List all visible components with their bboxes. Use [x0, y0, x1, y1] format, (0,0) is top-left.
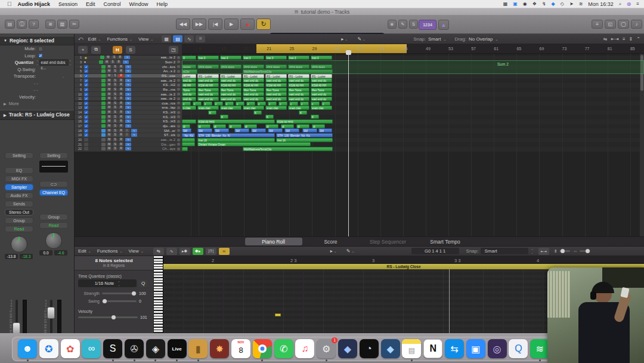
region[interactable]: snap clap: [265, 106, 287, 110]
track-solo-button[interactable]: S: [113, 133, 117, 137]
region[interactable]: KSM All HH: [311, 83, 332, 87]
region[interactable]: RS - Ludwi: [197, 74, 219, 78]
region[interactable]: east end du: [288, 78, 309, 82]
scrub-icon[interactable]: ⟩T⟨: [206, 248, 216, 255]
track-solo-button[interactable]: S: [113, 88, 117, 91]
time-handles-icon[interactable]: ↹: [153, 248, 164, 255]
track-record-button[interactable]: R: [117, 56, 122, 59]
region[interactable]: east end du: [311, 92, 332, 96]
region[interactable]: RS - Ludwi: [311, 74, 332, 78]
fader-right-handle[interactable]: [47, 307, 55, 319]
fader-left-handle[interactable]: [13, 322, 20, 334]
region[interactable]: Inst 3: [265, 56, 287, 60]
dock-icon-honey-jar[interactable]: ▮: [188, 339, 208, 358]
folder-disclosure-icon[interactable]: ▾: [84, 60, 86, 64]
track-record-button[interactable]: R: [119, 74, 123, 78]
region[interactable]: KSM All HH: [220, 83, 242, 87]
region[interactable]: [182, 142, 195, 146]
strip-left-audio-fx[interactable]: Audio FX: [5, 192, 33, 199]
track-row-5[interactable]: 5✓MSR∿An...s 2: [75, 69, 182, 74]
dock-icon-notes[interactable]: ▤: [402, 339, 421, 358]
vertical-zoom-icon[interactable]: ⇕: [629, 36, 633, 42]
track-input-dot[interactable]: [177, 139, 180, 141]
track-solo-button[interactable]: S: [113, 79, 117, 82]
track-input-dot[interactable]: [177, 115, 180, 118]
dock-icon-calendar[interactable]: NOV8: [231, 339, 250, 358]
track-record-button[interactable]: R: [119, 93, 123, 96]
region[interactable]: c: [268, 101, 277, 106]
region[interactable]: Toms: [182, 88, 196, 92]
bar-ruler[interactable]: 913172125293337414549535761656973778185: [182, 44, 644, 54]
strip-right-group[interactable]: Group: [39, 214, 68, 220]
track-checkbox[interactable]: ✓: [84, 97, 88, 100]
track-mute-button[interactable]: M: [107, 147, 112, 150]
track-row-11[interactable]: 11✓MSR∿eas...ts 2: [75, 97, 182, 101]
swing-slider[interactable]: [102, 300, 137, 302]
track-mute-button[interactable]: M: [107, 119, 112, 123]
region[interactable]: Ren Toms: [243, 88, 264, 92]
quantize-stepper2-icon[interactable]: ⌃⌄: [69, 60, 72, 65]
region[interactable]: SM_: [214, 128, 229, 133]
region[interactable]: [182, 138, 195, 142]
track-automation-icon[interactable]: ∿: [125, 97, 131, 100]
automation-view-icon[interactable]: ∿: [184, 35, 194, 42]
region[interactable]: All HH: [182, 83, 196, 87]
app-menu-title[interactable]: Audio Hijack: [18, 1, 51, 7]
notification-center-icon[interactable]: ≡: [636, 1, 639, 7]
editor-menu-view[interactable]: View⌄: [129, 248, 144, 254]
region[interactable]: SM_: [234, 128, 249, 133]
track-checkbox[interactable]: ✓: [84, 74, 88, 78]
track-automation-icon[interactable]: ∿: [131, 133, 137, 137]
strip-left-eq[interactable]: EQ: [5, 167, 33, 174]
quantize-stepper-icon[interactable]: ⌃⌄: [36, 60, 38, 65]
region[interactable]: KSM All HH: [265, 83, 287, 87]
region[interactable]: east end du: [220, 92, 242, 96]
quantize-value[interactable]: east end dubs c...: [39, 59, 69, 66]
dock-icon-audirvana[interactable]: ◎: [488, 339, 507, 358]
editor-menu-edit[interactable]: Edit⌄: [78, 248, 91, 254]
track-automation-icon[interactable]: ∿: [125, 138, 131, 141]
midi-capture-icon[interactable]: ✱▸: [193, 248, 203, 255]
track-automation-icon[interactable]: ∿: [125, 74, 131, 78]
region[interactable]: east end du: [265, 92, 287, 96]
dock-icon-plugin-diamond-1[interactable]: ◆: [338, 339, 357, 358]
track-solo-button[interactable]: S: [113, 119, 117, 123]
region[interactable]: Inst 3: [311, 56, 332, 60]
dock-icon-system-preferences[interactable]: ⚙1: [317, 339, 336, 358]
region[interactable]: c: [289, 101, 298, 106]
region[interactable]: Ren Toms: [311, 88, 332, 92]
track-row-21[interactable]: 21MSR∿Dis...gan: [75, 142, 182, 147]
editor-pointer-tool[interactable]: ▸⌄: [330, 248, 337, 254]
track-row-17[interactable]: 17✓MSR∿djo...ats: [75, 124, 182, 129]
track-checkbox[interactable]: ✓: [84, 110, 88, 114]
region[interactable]: c: [321, 101, 330, 106]
dock-icon-chrome[interactable]: [253, 339, 272, 358]
strip-right-link[interactable]: ⊂⊃: [39, 181, 68, 187]
track-zoom-button[interactable]: ◳: [169, 46, 178, 54]
strip-right-channel-eq[interactable]: Channel EQ: [39, 189, 68, 196]
region[interactable]: dj: [228, 124, 242, 128]
editor-snap-selector[interactable]: Snap: Smart ⌃⌄: [466, 248, 534, 254]
strip-left-pan-knob[interactable]: [11, 236, 27, 253]
mixer-icon[interactable]: ▥: [57, 20, 67, 29]
track-record-button[interactable]: R: [116, 60, 121, 64]
track-input-dot[interactable]: [177, 147, 180, 150]
track-solo-button[interactable]: S: [113, 115, 117, 119]
track-row-9[interactable]: 9✓MSR∿Re...ms: [75, 88, 182, 93]
quantize-apply-button[interactable]: Q: [138, 279, 148, 287]
auto-zoom-icon[interactable]: ⇤⇥: [611, 36, 619, 42]
track-row-15[interactable]: 15✓MSR∿KS...H3: [75, 115, 182, 119]
region[interactable]: dj: [296, 124, 309, 128]
scissors-icon[interactable]: ✂: [69, 20, 79, 29]
note-pads-icon[interactable]: ◱: [605, 20, 616, 29]
region[interactable]: dj: [265, 124, 278, 128]
track-automation-icon[interactable]: ∿: [125, 88, 131, 91]
region[interactable]: K: [208, 110, 216, 115]
region[interactable]: c: [225, 101, 234, 106]
strip-left-sampler[interactable]: Sampler: [5, 184, 33, 190]
strip-left-group[interactable]: Group: [5, 217, 33, 224]
track-input-dot[interactable]: [177, 93, 180, 96]
track-solo-button[interactable]: S: [110, 60, 115, 64]
playhead-handle[interactable]: [346, 50, 351, 55]
track-inspector-header[interactable]: ▶ Track: RS - Ludwig Close: [0, 110, 74, 120]
